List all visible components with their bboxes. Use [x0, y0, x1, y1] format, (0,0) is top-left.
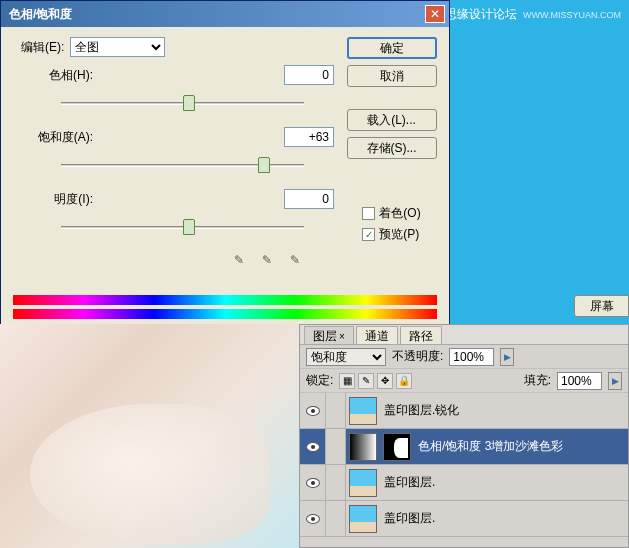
hue-slider-thumb[interactable]	[183, 95, 195, 111]
saturation-label: 饱和度(A):	[11, 129, 101, 146]
opacity-input[interactable]	[449, 348, 494, 366]
mask-thumbnail[interactable]	[383, 433, 411, 461]
tab-close-icon[interactable]: ×	[339, 331, 345, 342]
eyedropper-add-icon[interactable]: ✎	[258, 251, 276, 269]
edit-label: 编辑(E):	[21, 39, 64, 56]
close-icon: ✕	[430, 7, 440, 21]
tab-layers[interactable]: 图层×	[304, 326, 354, 344]
lightness-slider[interactable]	[61, 217, 304, 237]
dialog-title: 色相/饱和度	[9, 6, 72, 23]
layer-thumbnail[interactable]	[349, 397, 377, 425]
layer-name: 盖印图层.	[380, 474, 435, 491]
visibility-eye-icon[interactable]	[306, 478, 320, 488]
tab-channels[interactable]: 通道	[356, 326, 398, 344]
hue-saturation-dialog: 色相/饱和度 ✕ 编辑(E): 全图 色相(H): 饱和度(A):	[0, 0, 450, 332]
layers-panel: 图层× 通道 路径 饱和度 不透明度: ▶ 锁定: ▦ ✎ ✥ 🔒 填充: ▶ …	[299, 324, 629, 548]
tab-paths[interactable]: 路径	[400, 326, 442, 344]
layer-name: 盖印图层.	[380, 510, 435, 527]
layer-row[interactable]: 盖印图层.	[300, 465, 628, 501]
screen-button[interactable]: 屏幕	[574, 295, 629, 317]
color-spectrum	[13, 295, 437, 319]
fill-input[interactable]	[557, 372, 602, 390]
lightness-label: 明度(I):	[11, 191, 101, 208]
lock-transparency-icon[interactable]: ▦	[339, 373, 355, 389]
close-button[interactable]: ✕	[425, 5, 445, 23]
eyedropper-icon[interactable]: ✎	[230, 251, 248, 269]
eyedropper-subtract-icon[interactable]: ✎	[286, 251, 304, 269]
layer-name: 色相/饱和度 3增加沙滩色彩	[414, 438, 563, 455]
layer-row[interactable]: 盖印图层.锐化	[300, 393, 628, 429]
lock-position-icon[interactable]: ✥	[377, 373, 393, 389]
lightness-input[interactable]	[284, 189, 334, 209]
hue-slider[interactable]	[61, 93, 304, 113]
save-button[interactable]: 存储(S)...	[347, 137, 437, 159]
layer-thumbnail[interactable]	[349, 505, 377, 533]
fill-arrow-icon[interactable]: ▶	[608, 372, 622, 390]
titlebar[interactable]: 色相/饱和度 ✕	[1, 1, 449, 27]
opacity-label: 不透明度:	[392, 348, 443, 365]
visibility-eye-icon[interactable]	[306, 442, 320, 452]
lock-label: 锁定:	[306, 372, 333, 389]
layer-name: 盖印图层.锐化	[380, 402, 459, 419]
saturation-slider[interactable]	[61, 155, 304, 175]
layer-thumbnail[interactable]	[349, 469, 377, 497]
colorize-checkbox[interactable]	[362, 207, 375, 220]
lock-all-icon[interactable]: 🔒	[396, 373, 412, 389]
saturation-input[interactable]	[284, 127, 334, 147]
lightness-slider-thumb[interactable]	[183, 219, 195, 235]
hue-label: 色相(H):	[11, 67, 101, 84]
layer-row[interactable]: 色相/饱和度 3增加沙滩色彩	[300, 429, 628, 465]
preview-label: 预览(P)	[379, 226, 419, 243]
blend-mode-select[interactable]: 饱和度	[306, 348, 386, 366]
cancel-button[interactable]: 取消	[347, 65, 437, 87]
watermark: 思缘设计论坛 WWW.MISSYUAN.COM	[445, 6, 621, 23]
fill-label: 填充:	[524, 372, 551, 389]
load-button[interactable]: 载入(L)...	[347, 109, 437, 131]
visibility-eye-icon[interactable]	[306, 514, 320, 524]
ok-button[interactable]: 确定	[347, 37, 437, 59]
colorize-label: 着色(O)	[379, 205, 420, 222]
preview-checkbox[interactable]: ✓	[362, 228, 375, 241]
opacity-arrow-icon[interactable]: ▶	[500, 348, 514, 366]
lock-pixels-icon[interactable]: ✎	[358, 373, 374, 389]
edit-select[interactable]: 全图	[70, 37, 165, 57]
visibility-eye-icon[interactable]	[306, 406, 320, 416]
saturation-slider-thumb[interactable]	[258, 157, 270, 173]
photo-preview	[0, 324, 299, 548]
adjustment-thumbnail[interactable]	[349, 433, 377, 461]
layer-row[interactable]: 盖印图层.	[300, 501, 628, 537]
hue-input[interactable]	[284, 65, 334, 85]
